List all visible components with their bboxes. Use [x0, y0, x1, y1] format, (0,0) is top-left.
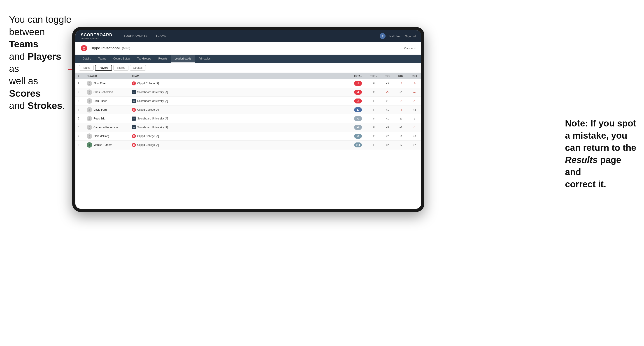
score-badge: -4	[354, 90, 362, 95]
toggle-scores[interactable]: Scores	[113, 65, 128, 71]
thru-cell: F	[367, 114, 380, 123]
rd2-cell: -2	[394, 97, 408, 106]
team-name: Scoreboard University [A]	[137, 126, 168, 129]
rd2-cell: +5	[394, 88, 408, 97]
team-logo: C	[132, 143, 136, 147]
thru-cell: F	[367, 88, 380, 97]
total-cell: -8	[349, 79, 367, 88]
svg-point-1	[89, 82, 90, 83]
thru-cell: F	[367, 141, 380, 150]
score-badge: E	[354, 107, 362, 112]
rank-cell: 6	[76, 123, 84, 132]
player-cell: Cameron Robertson	[84, 123, 130, 132]
logo-title: SCOREBOARD	[81, 33, 112, 37]
rd1-cell: +1	[380, 97, 394, 106]
total-cell: +6	[349, 123, 367, 132]
player-avatar	[87, 81, 92, 86]
player-cell: Elliot Ebert	[84, 79, 130, 88]
tab-details[interactable]: Details	[79, 55, 94, 63]
rd1-cell: +1	[380, 106, 394, 114]
team-name: Clippd College [A]	[137, 143, 159, 147]
sub-nav: Details Teams Course Setup Tee Groups Re…	[76, 55, 421, 63]
team-logo: C	[132, 108, 136, 112]
team-name: Clippd College [A]	[137, 108, 159, 111]
table-row: 2 Chris RobertsonSBScoreboard University…	[76, 88, 421, 97]
player-name: Marcus Turners	[94, 143, 112, 147]
nav-right: T Test User | Sign out	[380, 33, 416, 39]
rd3-cell: -1	[408, 97, 421, 106]
tab-course-setup[interactable]: Course Setup	[110, 55, 134, 63]
player-cell: Chris Robertson	[84, 88, 130, 96]
thru-cell: F	[367, 97, 380, 106]
table-row: 7 Blair McHargCClippd College [A]+8F+2+1…	[76, 132, 421, 141]
rd3-cell: E	[408, 114, 421, 123]
table-row: 3 Rich ButlerSBScoreboard University [A]…	[76, 97, 421, 106]
logo-subtitle: Powered by clippd	[81, 37, 112, 40]
rd3-cell: +2	[408, 141, 421, 150]
svg-point-12	[88, 128, 90, 129]
table-row: 5 Rees BrittSBScoreboard University [A]+…	[76, 114, 421, 123]
user-label: Test User |	[388, 34, 402, 38]
col-rd1: RD1	[380, 73, 394, 79]
thru-cell: F	[367, 132, 380, 141]
thru-cell: F	[367, 123, 380, 132]
player-name: Rees Britt	[94, 117, 106, 120]
svg-point-5	[89, 100, 90, 101]
tab-printables[interactable]: Printables	[195, 55, 214, 63]
svg-point-6	[88, 101, 90, 103]
tournament-header: C Clippd Invitational (Men) Cancel ×	[76, 42, 421, 55]
tab-tee-groups[interactable]: Tee Groups	[134, 55, 154, 63]
score-badge: +8	[354, 134, 362, 139]
svg-point-15	[89, 144, 90, 145]
toggle-teams[interactable]: Teams	[79, 65, 94, 71]
rd2-cell: E	[394, 114, 408, 123]
rank-cell: 1	[76, 79, 84, 88]
thru-cell: F	[367, 79, 380, 88]
rd1-cell: -5	[380, 88, 394, 97]
team-name: Scoreboard University [A]	[137, 99, 168, 103]
toggle-strokes[interactable]: Strokes	[130, 65, 146, 71]
sign-out-link[interactable]: Sign out	[405, 34, 416, 38]
team-cell: SBScoreboard University [A]	[130, 123, 349, 132]
toggle-players[interactable]: Players	[95, 65, 112, 71]
rd1-cell: +2	[380, 141, 394, 150]
rd3-cell: +6	[408, 132, 421, 141]
thru-cell: F	[367, 106, 380, 114]
team-logo: SB	[132, 125, 136, 129]
player-name: Blair McHarg	[94, 135, 109, 138]
rank-cell: 8	[76, 141, 84, 150]
team-cell: CClippd College [A]	[130, 106, 349, 114]
player-avatar	[87, 89, 92, 95]
tab-leaderboards[interactable]: Leaderboards	[171, 55, 195, 63]
nav-link-tournaments[interactable]: TOURNAMENTS	[120, 30, 152, 42]
nav-link-teams[interactable]: TEAMS	[152, 30, 170, 42]
team-name: Scoreboard University [A]	[137, 91, 168, 94]
tablet-frame: SCOREBOARD Powered by clippd TOURNAMENTS…	[72, 27, 424, 212]
total-cell: -2	[349, 97, 367, 106]
player-avatar	[87, 134, 92, 139]
table-row: 8 Marcus TurnersCClippd College [A]+11F+…	[76, 141, 421, 150]
rd2-cell: -6	[394, 79, 408, 88]
player-cell: Blair McHarg	[84, 132, 130, 141]
team-name: Clippd College [A]	[137, 135, 159, 138]
right-annotation: Note: If you spot a mistake, you can ret…	[565, 117, 637, 190]
player-avatar	[87, 142, 92, 148]
tournament-gender: (Men)	[122, 46, 130, 50]
player-name: Cameron Robertson	[94, 126, 118, 129]
tournament-logo: C	[81, 45, 87, 51]
player-name: Chris Robertson	[94, 91, 113, 94]
nav-links: TOURNAMENTS TEAMS	[120, 30, 380, 42]
cancel-button[interactable]: Cancel ×	[404, 47, 416, 50]
team-cell: SBScoreboard University [A]	[130, 97, 349, 106]
team-cell: CClippd College [A]	[130, 79, 349, 88]
rd2-cell: -4	[394, 106, 408, 114]
tab-results[interactable]: Results	[154, 55, 171, 63]
col-player: PLAYER	[84, 73, 130, 79]
svg-point-9	[89, 117, 90, 119]
score-badge: +6	[354, 125, 362, 130]
svg-point-8	[88, 110, 90, 111]
player-cell: David Ford	[84, 106, 130, 114]
rd1-cell: +2	[380, 132, 394, 141]
player-name: David Ford	[94, 108, 107, 111]
tab-teams[interactable]: Teams	[94, 55, 110, 63]
